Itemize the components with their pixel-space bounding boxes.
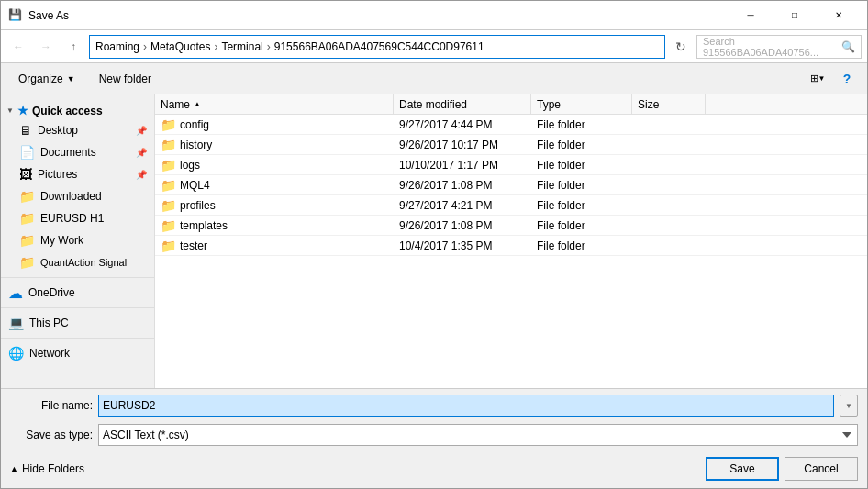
- table-row[interactable]: 📁 tester 10/4/2017 1:35 PM File folder: [155, 236, 867, 256]
- documents-pin-icon: 📌: [136, 148, 147, 158]
- dialog-icon: 💾: [8, 8, 23, 23]
- sidebar-item-eurusd[interactable]: 📁 EURUSD H1: [1, 207, 154, 229]
- onedrive-icon: ☁: [8, 284, 23, 302]
- new-folder-label: New folder: [99, 72, 151, 85]
- search-placeholder: Search 915566BA06ADA40756...: [703, 36, 841, 58]
- file-name-cell: 📁 tester: [155, 239, 394, 253]
- back-button[interactable]: ←: [6, 35, 30, 59]
- file-name-text: logs: [180, 159, 200, 172]
- file-date-cell: 9/26/2017 10:17 PM: [394, 139, 531, 151]
- sidebar-item-downloaded[interactable]: 📁 Downloaded: [1, 185, 154, 207]
- table-row[interactable]: 📁 templates 9/26/2017 1:08 PM File folde…: [155, 216, 867, 236]
- window-controls: ─ □ ✕: [729, 1, 860, 30]
- sidebar-divider-2: [1, 307, 154, 308]
- desktop-icon: 🖥: [19, 123, 32, 138]
- filename-label: File name:: [10, 399, 93, 412]
- up-button[interactable]: ↑: [61, 35, 85, 59]
- sidebar-item-this-pc[interactable]: 💻 This PC: [1, 312, 154, 334]
- bottom-area: File name: ▼ Save as type: ASCII Text (*…: [1, 388, 867, 488]
- col-name-label: Name: [161, 98, 190, 111]
- savetype-row: Save as type: ASCII Text (*.csv): [1, 422, 867, 451]
- sidebar-item-desktop[interactable]: 🖥 Desktop 📌: [1, 119, 154, 141]
- organize-chevron-icon: ▼: [67, 74, 75, 83]
- quick-access-star-icon: ★: [17, 104, 28, 117]
- network-icon: 🌐: [8, 346, 24, 361]
- table-row[interactable]: 📁 config 9/27/2017 4:44 PM File folder: [155, 115, 867, 135]
- organize-label: Organize: [18, 72, 63, 85]
- file-name-text: profiles: [180, 199, 216, 212]
- help-button[interactable]: ?: [834, 66, 860, 92]
- sort-arrow-icon: ▲: [194, 100, 201, 108]
- cancel-button[interactable]: Cancel: [785, 457, 858, 481]
- file-rows-container: 📁 config 9/27/2017 4:44 PM File folder 📁…: [155, 115, 867, 256]
- filetype-select[interactable]: ASCII Text (*.csv): [98, 424, 858, 446]
- breadcrumb[interactable]: Roaming › MetaQuotes › Terminal › 915566…: [89, 35, 665, 59]
- hide-folders-button[interactable]: ▲ Hide Folders: [10, 462, 84, 475]
- new-folder-button[interactable]: New folder: [89, 66, 161, 92]
- file-name-cell: 📁 config: [155, 117, 394, 132]
- pictures-icon: 🖼: [19, 167, 32, 182]
- forward-button[interactable]: →: [34, 35, 58, 59]
- column-header-size[interactable]: Size: [632, 94, 706, 114]
- network-label: Network: [29, 347, 70, 360]
- file-date-cell: 9/27/2017 4:44 PM: [394, 118, 531, 131]
- sidebar-item-quantaction[interactable]: 📁 QuantAction Signal: [1, 251, 154, 273]
- mywork-label: My Work: [40, 234, 83, 247]
- desktop-pin-icon: 📌: [136, 126, 147, 136]
- sidebar-section-quick-access[interactable]: ▼ ★ Quick access: [1, 98, 154, 119]
- file-date-cell: 10/4/2017 1:35 PM: [394, 239, 531, 252]
- this-pc-icon: 💻: [8, 316, 24, 330]
- filename-input[interactable]: [98, 395, 834, 417]
- table-row[interactable]: 📁 history 9/26/2017 10:17 PM File folder: [155, 135, 867, 155]
- file-date-cell: 9/26/2017 1:08 PM: [394, 219, 531, 232]
- file-type-cell: File folder: [531, 118, 632, 131]
- view-options-button[interactable]: ⊞ ▼: [805, 66, 830, 92]
- file-type-cell: File folder: [531, 219, 632, 232]
- search-icon: 🔍: [841, 40, 855, 53]
- file-list-header: Name ▲ Date modified Type Size: [155, 94, 867, 115]
- pictures-label: Pictures: [38, 168, 77, 181]
- sidebar-item-network[interactable]: 🌐 Network: [1, 342, 154, 364]
- file-name-text: history: [180, 139, 212, 151]
- sidebar-item-mywork[interactable]: 📁 My Work: [1, 229, 154, 251]
- sidebar-item-pictures[interactable]: 🖼 Pictures 📌: [1, 163, 154, 185]
- sidebar-item-documents[interactable]: 📄 Documents 📌: [1, 141, 154, 163]
- column-header-type[interactable]: Type: [531, 94, 632, 114]
- folder-icon: 📁: [161, 239, 176, 253]
- table-row[interactable]: 📁 profiles 9/27/2017 4:21 PM File folder: [155, 195, 867, 216]
- table-row[interactable]: 📁 MQL4 9/26/2017 1:08 PM File folder: [155, 175, 867, 195]
- filename-dropdown-btn[interactable]: ▼: [840, 395, 858, 417]
- quick-access-label: Quick access: [32, 105, 103, 117]
- pictures-pin-icon: 📌: [136, 170, 147, 180]
- file-name-cell: 📁 logs: [155, 158, 394, 172]
- save-button[interactable]: Save: [706, 457, 779, 481]
- quantaction-label: QuantAction Signal: [40, 257, 127, 268]
- maximize-button[interactable]: □: [773, 1, 816, 30]
- minimize-button[interactable]: ─: [729, 1, 772, 30]
- desktop-label: Desktop: [38, 124, 78, 137]
- refresh-button[interactable]: ↻: [669, 35, 693, 59]
- breadcrumb-roaming: Roaming: [95, 40, 139, 53]
- filename-row: File name: ▼: [1, 389, 867, 422]
- sidebar-divider-3: [1, 338, 154, 339]
- file-list: Name ▲ Date modified Type Size 📁 config: [155, 94, 867, 388]
- column-header-name[interactable]: Name ▲: [155, 94, 394, 114]
- file-name-text: config: [180, 118, 209, 131]
- sidebar-item-onedrive[interactable]: ☁ OneDrive: [1, 282, 154, 304]
- folder-icon: 📁: [161, 117, 176, 132]
- eurusd-label: EURUSD H1: [40, 212, 104, 225]
- file-date-cell: 9/27/2017 4:21 PM: [394, 199, 531, 212]
- search-box[interactable]: Search 915566BA06ADA40756... 🔍: [696, 35, 862, 59]
- folder-icon: 📁: [161, 198, 176, 213]
- close-button[interactable]: ✕: [818, 1, 860, 30]
- dialog-title: Save As: [28, 9, 729, 22]
- column-header-date[interactable]: Date modified: [394, 94, 531, 114]
- hide-folders-chevron-icon: ▲: [10, 464, 18, 473]
- organize-button[interactable]: Organize ▼: [8, 66, 85, 92]
- file-type-cell: File folder: [531, 199, 632, 212]
- action-row: ▲ Hide Folders Save Cancel: [1, 451, 867, 488]
- table-row[interactable]: 📁 logs 10/10/2017 1:17 PM File folder: [155, 155, 867, 175]
- title-bar: 💾 Save As ─ □ ✕: [1, 1, 867, 30]
- col-size-label: Size: [638, 98, 659, 111]
- eurusd-folder-icon: 📁: [19, 211, 35, 226]
